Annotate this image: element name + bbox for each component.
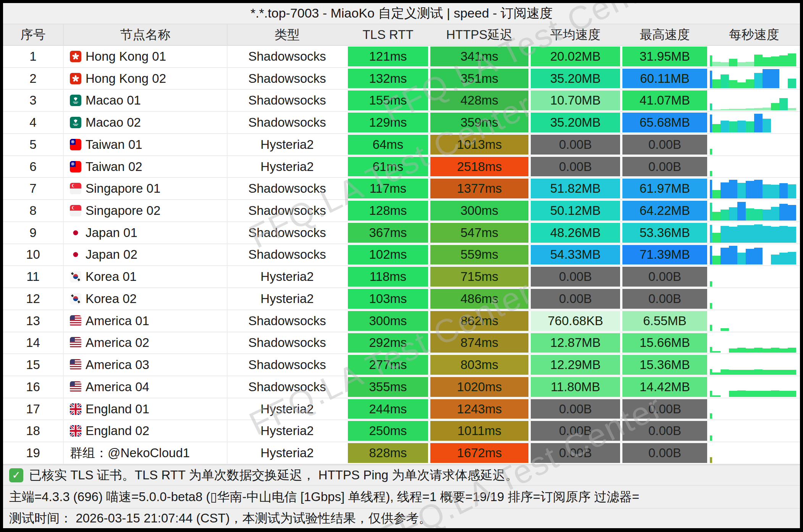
- cell-average-speed: 0.00B: [531, 421, 620, 441]
- cell-index: 7: [3, 178, 64, 199]
- cell-index: 19: [3, 442, 64, 464]
- sparkline-bar: [771, 370, 779, 375]
- cell-protocol-type: Shadowsocks: [228, 310, 347, 332]
- cell-protocol-type: Hysteria2: [228, 288, 347, 310]
- sparkline-bar: [779, 370, 788, 375]
- cell-index: 18: [3, 420, 64, 442]
- sparkline-bar: [721, 226, 729, 243]
- cell-https-latency: 1011ms: [430, 421, 528, 441]
- sparkline-tick: [710, 413, 712, 419]
- cell-protocol-type: Shadowsocks: [228, 332, 347, 354]
- sparkline-bar: [721, 121, 729, 132]
- sparkline-bar: [729, 59, 737, 66]
- cell-average-speed: 54.33MB: [531, 245, 620, 265]
- cell-average-speed: 48.26MB: [531, 223, 620, 243]
- cell-tls-rtt: 250ms: [348, 421, 428, 441]
- sparkline-bar: [712, 351, 721, 353]
- sparkline-bar: [737, 121, 746, 132]
- table-row: 2 Hong Kong 02 Shadowsocks 132ms 351ms 3…: [3, 68, 800, 90]
- node-name-label: Singapore 02: [86, 203, 160, 218]
- sparkline-bar: [721, 62, 729, 66]
- sparkline-bar: [729, 391, 737, 397]
- cell-https-latency: 1672ms: [430, 443, 528, 463]
- footer-test-time: 测试时间： 2026-03-15 21:07:44 (CST)，本测试为试验性结…: [3, 509, 800, 528]
- sparkline-bar: [712, 212, 721, 221]
- sparkline-bar: [754, 108, 763, 110]
- cell-node-name: Hong Kong 01: [64, 46, 228, 67]
- table-row: 13 America 01 Shadowsocks 300ms 862ms 76…: [3, 310, 800, 332]
- column-header-2: 类型: [228, 26, 347, 44]
- footer-version-info: 主端=4.3.3 (696) 喵速=5.0.0-beta8 (▯华南-中山电信 …: [3, 486, 800, 509]
- sparkline-bar: [779, 253, 788, 264]
- cell-tls-rtt: 155ms: [348, 90, 428, 110]
- cell-protocol-type: Hysteria2: [228, 156, 347, 177]
- sparkline-bar: [754, 55, 763, 66]
- cell-max-speed: 15.66MB: [622, 333, 707, 353]
- flag-united-kingdom-icon: [70, 425, 81, 437]
- sparkline-bar: [788, 79, 796, 89]
- sparkline-bar: [771, 56, 779, 66]
- node-name-label: Macao 02: [86, 115, 141, 130]
- cell-max-speed: 0.00B: [622, 289, 707, 309]
- cell-node-name: America 01: [64, 310, 228, 332]
- cell-node-name: America 03: [64, 354, 228, 376]
- node-name-label: Korea 01: [86, 269, 137, 284]
- sparkline-bar: [746, 62, 754, 66]
- cell-protocol-type: Shadowsocks: [228, 244, 347, 266]
- table-row: 15 America 03 Shadowsocks 277ms 803ms 12…: [3, 354, 800, 376]
- sparkline-bar: [721, 210, 729, 220]
- sparkline-bar: [763, 226, 771, 243]
- node-name-label: Hong Kong 02: [86, 71, 166, 86]
- sparkline-bar: [737, 82, 746, 89]
- cell-https-latency: 1243ms: [430, 399, 528, 419]
- sparkline-bar: [746, 181, 754, 199]
- per-second-speed-sparkline: [710, 90, 800, 110]
- table-row: 1 Hong Kong 01 Shadowsocks 121ms 341ms 2…: [3, 46, 800, 68]
- sparkline-bar: [712, 256, 721, 264]
- cell-tls-rtt: 117ms: [348, 179, 428, 198]
- sparkline-bar: [721, 182, 729, 198]
- sparkline-bar: [746, 391, 754, 397]
- cell-node-name: Japan 01: [64, 222, 228, 243]
- flag-united-states-icon: [70, 315, 81, 327]
- sparkline-bar: [746, 108, 754, 110]
- cell-tls-rtt: 292ms: [348, 333, 428, 353]
- title-bar: *.*.top-7003 - MiaoKo 自定义测试 | speed - 订阅…: [3, 3, 800, 24]
- cell-tls-rtt: 118ms: [348, 267, 428, 287]
- cell-https-latency: 1377ms: [430, 179, 528, 198]
- sparkline-bar: [721, 369, 729, 375]
- cell-https-latency: 359ms: [430, 113, 528, 132]
- sparkline-tick: [710, 325, 712, 331]
- sparkline-bar: [788, 348, 796, 353]
- cell-tls-rtt: 128ms: [348, 201, 428, 221]
- cell-index: 1: [3, 46, 64, 67]
- sparkline-bar: [729, 227, 737, 242]
- sparkline-bar: [779, 55, 788, 66]
- sparkline-bar: [721, 248, 729, 264]
- cell-protocol-type: Shadowsocks: [228, 178, 347, 199]
- cell-node-name: Macao 01: [64, 90, 228, 111]
- cell-average-speed: 10.70MB: [531, 90, 620, 110]
- cell-index: 15: [3, 354, 64, 376]
- sparkline-bar: [788, 108, 796, 110]
- cell-max-speed: 61.97MB: [622, 179, 707, 198]
- sparkline-bar: [771, 255, 779, 264]
- sparkline-bar: [729, 121, 737, 132]
- sparkline-bar: [737, 225, 746, 243]
- cell-protocol-type: Shadowsocks: [228, 200, 347, 221]
- cell-index: 8: [3, 200, 64, 221]
- cell-max-speed: 71.39MB: [622, 245, 707, 265]
- sparkline-bar: [712, 124, 721, 132]
- per-second-speed-sparkline: [710, 355, 800, 375]
- report-surface: FFQ.LA Test Center FFQ.LA Test Center FF…: [3, 3, 800, 528]
- cell-tls-rtt: 121ms: [348, 47, 428, 66]
- flag-singapore-icon: [70, 183, 81, 194]
- sparkline-bar: [746, 249, 754, 264]
- cell-protocol-type: Shadowsocks: [228, 46, 347, 67]
- cell-average-speed: 0.00B: [531, 135, 620, 155]
- flag-united-kingdom-icon: [70, 403, 81, 415]
- sparkline-bar: [737, 390, 746, 397]
- sparkline-bar: [712, 395, 721, 397]
- cell-average-speed: 0.00B: [531, 267, 620, 287]
- sparkline-bar: [754, 114, 763, 132]
